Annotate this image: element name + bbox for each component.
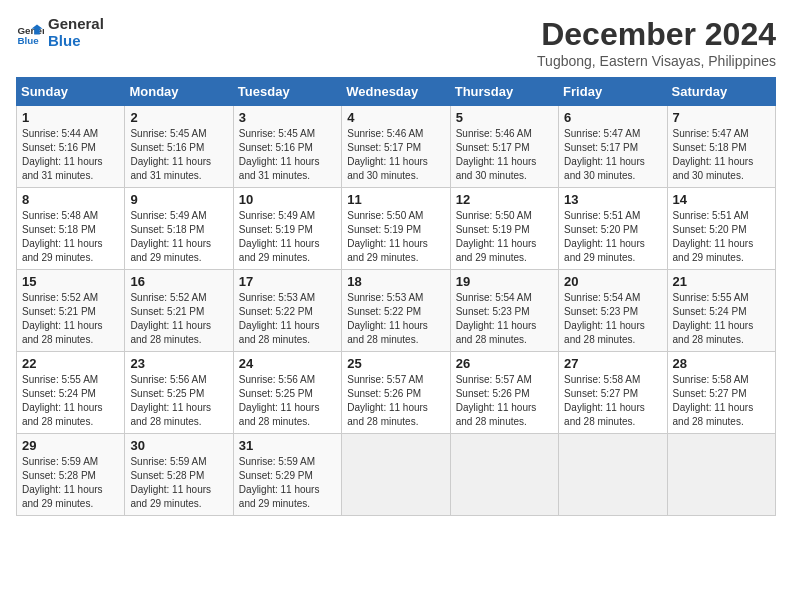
day-number: 25: [347, 356, 444, 371]
calendar-cell: 25 Sunrise: 5:57 AM Sunset: 5:26 PM Dayl…: [342, 352, 450, 434]
day-info: Sunrise: 5:59 AM Sunset: 5:28 PM Dayligh…: [130, 455, 227, 511]
day-number: 18: [347, 274, 444, 289]
calendar-cell: 9 Sunrise: 5:49 AM Sunset: 5:18 PM Dayli…: [125, 188, 233, 270]
day-info: Sunrise: 5:49 AM Sunset: 5:18 PM Dayligh…: [130, 209, 227, 265]
day-number: 31: [239, 438, 336, 453]
day-info: Sunrise: 5:51 AM Sunset: 5:20 PM Dayligh…: [673, 209, 770, 265]
calendar-cell: [342, 434, 450, 516]
calendar-cell: 10 Sunrise: 5:49 AM Sunset: 5:19 PM Dayl…: [233, 188, 341, 270]
day-info: Sunrise: 5:52 AM Sunset: 5:21 PM Dayligh…: [130, 291, 227, 347]
calendar-cell: 4 Sunrise: 5:46 AM Sunset: 5:17 PM Dayli…: [342, 106, 450, 188]
day-info: Sunrise: 5:52 AM Sunset: 5:21 PM Dayligh…: [22, 291, 119, 347]
day-number: 27: [564, 356, 661, 371]
calendar-cell: 11 Sunrise: 5:50 AM Sunset: 5:19 PM Dayl…: [342, 188, 450, 270]
day-info: Sunrise: 5:44 AM Sunset: 5:16 PM Dayligh…: [22, 127, 119, 183]
calendar-cell: [667, 434, 775, 516]
day-number: 8: [22, 192, 119, 207]
calendar-cell: 14 Sunrise: 5:51 AM Sunset: 5:20 PM Dayl…: [667, 188, 775, 270]
col-header-wednesday: Wednesday: [342, 78, 450, 106]
calendar-cell: 24 Sunrise: 5:56 AM Sunset: 5:25 PM Dayl…: [233, 352, 341, 434]
day-info: Sunrise: 5:54 AM Sunset: 5:23 PM Dayligh…: [456, 291, 553, 347]
day-info: Sunrise: 5:45 AM Sunset: 5:16 PM Dayligh…: [239, 127, 336, 183]
day-number: 17: [239, 274, 336, 289]
calendar-cell: 21 Sunrise: 5:55 AM Sunset: 5:24 PM Dayl…: [667, 270, 775, 352]
day-info: Sunrise: 5:59 AM Sunset: 5:29 PM Dayligh…: [239, 455, 336, 511]
day-number: 10: [239, 192, 336, 207]
calendar-cell: 15 Sunrise: 5:52 AM Sunset: 5:21 PM Dayl…: [17, 270, 125, 352]
day-info: Sunrise: 5:58 AM Sunset: 5:27 PM Dayligh…: [564, 373, 661, 429]
calendar-cell: 23 Sunrise: 5:56 AM Sunset: 5:25 PM Dayl…: [125, 352, 233, 434]
calendar-cell: 19 Sunrise: 5:54 AM Sunset: 5:23 PM Dayl…: [450, 270, 558, 352]
calendar-header-row: SundayMondayTuesdayWednesdayThursdayFrid…: [17, 78, 776, 106]
day-info: Sunrise: 5:53 AM Sunset: 5:22 PM Dayligh…: [239, 291, 336, 347]
day-number: 1: [22, 110, 119, 125]
calendar-cell: 17 Sunrise: 5:53 AM Sunset: 5:22 PM Dayl…: [233, 270, 341, 352]
col-header-tuesday: Tuesday: [233, 78, 341, 106]
calendar-cell: 27 Sunrise: 5:58 AM Sunset: 5:27 PM Dayl…: [559, 352, 667, 434]
col-header-friday: Friday: [559, 78, 667, 106]
day-info: Sunrise: 5:56 AM Sunset: 5:25 PM Dayligh…: [130, 373, 227, 429]
day-info: Sunrise: 5:55 AM Sunset: 5:24 PM Dayligh…: [673, 291, 770, 347]
day-number: 28: [673, 356, 770, 371]
calendar-week-2: 8 Sunrise: 5:48 AM Sunset: 5:18 PM Dayli…: [17, 188, 776, 270]
day-info: Sunrise: 5:54 AM Sunset: 5:23 PM Dayligh…: [564, 291, 661, 347]
day-info: Sunrise: 5:50 AM Sunset: 5:19 PM Dayligh…: [347, 209, 444, 265]
day-number: 30: [130, 438, 227, 453]
day-info: Sunrise: 5:58 AM Sunset: 5:27 PM Dayligh…: [673, 373, 770, 429]
calendar-cell: 31 Sunrise: 5:59 AM Sunset: 5:29 PM Dayl…: [233, 434, 341, 516]
day-number: 2: [130, 110, 227, 125]
day-number: 22: [22, 356, 119, 371]
svg-text:Blue: Blue: [17, 35, 39, 46]
col-header-thursday: Thursday: [450, 78, 558, 106]
day-info: Sunrise: 5:51 AM Sunset: 5:20 PM Dayligh…: [564, 209, 661, 265]
calendar-cell: 20 Sunrise: 5:54 AM Sunset: 5:23 PM Dayl…: [559, 270, 667, 352]
day-info: Sunrise: 5:48 AM Sunset: 5:18 PM Dayligh…: [22, 209, 119, 265]
day-number: 24: [239, 356, 336, 371]
day-number: 23: [130, 356, 227, 371]
day-info: Sunrise: 5:50 AM Sunset: 5:19 PM Dayligh…: [456, 209, 553, 265]
page-header: General Blue General Blue December 2024 …: [16, 16, 776, 69]
calendar-week-3: 15 Sunrise: 5:52 AM Sunset: 5:21 PM Dayl…: [17, 270, 776, 352]
day-info: Sunrise: 5:59 AM Sunset: 5:28 PM Dayligh…: [22, 455, 119, 511]
day-info: Sunrise: 5:47 AM Sunset: 5:18 PM Dayligh…: [673, 127, 770, 183]
calendar-cell: 12 Sunrise: 5:50 AM Sunset: 5:19 PM Dayl…: [450, 188, 558, 270]
calendar-cell: 26 Sunrise: 5:57 AM Sunset: 5:26 PM Dayl…: [450, 352, 558, 434]
day-number: 29: [22, 438, 119, 453]
day-info: Sunrise: 5:47 AM Sunset: 5:17 PM Dayligh…: [564, 127, 661, 183]
day-info: Sunrise: 5:49 AM Sunset: 5:19 PM Dayligh…: [239, 209, 336, 265]
logo: General Blue General Blue: [16, 16, 104, 49]
day-number: 5: [456, 110, 553, 125]
day-number: 7: [673, 110, 770, 125]
col-header-saturday: Saturday: [667, 78, 775, 106]
day-info: Sunrise: 5:46 AM Sunset: 5:17 PM Dayligh…: [347, 127, 444, 183]
day-number: 13: [564, 192, 661, 207]
title-block: December 2024 Tugbong, Eastern Visayas, …: [537, 16, 776, 69]
day-info: Sunrise: 5:57 AM Sunset: 5:26 PM Dayligh…: [456, 373, 553, 429]
day-info: Sunrise: 5:53 AM Sunset: 5:22 PM Dayligh…: [347, 291, 444, 347]
calendar-cell: 22 Sunrise: 5:55 AM Sunset: 5:24 PM Dayl…: [17, 352, 125, 434]
day-number: 4: [347, 110, 444, 125]
day-number: 11: [347, 192, 444, 207]
calendar-cell: 30 Sunrise: 5:59 AM Sunset: 5:28 PM Dayl…: [125, 434, 233, 516]
day-info: Sunrise: 5:56 AM Sunset: 5:25 PM Dayligh…: [239, 373, 336, 429]
calendar-week-1: 1 Sunrise: 5:44 AM Sunset: 5:16 PM Dayli…: [17, 106, 776, 188]
calendar-cell: 28 Sunrise: 5:58 AM Sunset: 5:27 PM Dayl…: [667, 352, 775, 434]
calendar-cell: 29 Sunrise: 5:59 AM Sunset: 5:28 PM Dayl…: [17, 434, 125, 516]
calendar-week-5: 29 Sunrise: 5:59 AM Sunset: 5:28 PM Dayl…: [17, 434, 776, 516]
month-year-title: December 2024: [537, 16, 776, 53]
day-number: 9: [130, 192, 227, 207]
calendar-cell: [559, 434, 667, 516]
col-header-monday: Monday: [125, 78, 233, 106]
calendar-cell: 13 Sunrise: 5:51 AM Sunset: 5:20 PM Dayl…: [559, 188, 667, 270]
logo-icon: General Blue: [16, 19, 44, 47]
calendar-cell: 8 Sunrise: 5:48 AM Sunset: 5:18 PM Dayli…: [17, 188, 125, 270]
calendar-body: 1 Sunrise: 5:44 AM Sunset: 5:16 PM Dayli…: [17, 106, 776, 516]
calendar-cell: 7 Sunrise: 5:47 AM Sunset: 5:18 PM Dayli…: [667, 106, 775, 188]
day-info: Sunrise: 5:45 AM Sunset: 5:16 PM Dayligh…: [130, 127, 227, 183]
day-number: 6: [564, 110, 661, 125]
calendar-week-4: 22 Sunrise: 5:55 AM Sunset: 5:24 PM Dayl…: [17, 352, 776, 434]
calendar-cell: 1 Sunrise: 5:44 AM Sunset: 5:16 PM Dayli…: [17, 106, 125, 188]
calendar-cell: 16 Sunrise: 5:52 AM Sunset: 5:21 PM Dayl…: [125, 270, 233, 352]
day-number: 26: [456, 356, 553, 371]
calendar-cell: 6 Sunrise: 5:47 AM Sunset: 5:17 PM Dayli…: [559, 106, 667, 188]
